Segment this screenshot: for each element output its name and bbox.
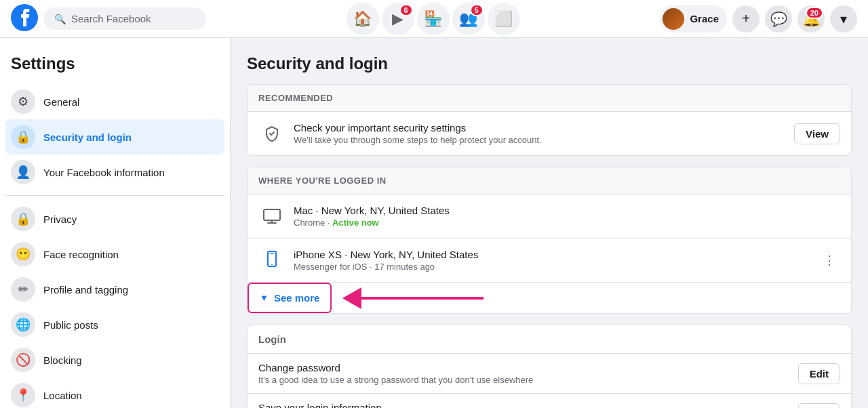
arrow-annotation <box>342 287 484 309</box>
security-check-content: Check your important security settings W… <box>294 122 786 145</box>
page-title: Security and login <box>247 54 852 73</box>
more-options-button[interactable]: ⋮ <box>818 249 840 271</box>
sidebar-item-general-label: General <box>43 96 79 108</box>
dropdown-button[interactable]: ▾ <box>830 5 857 33</box>
sidebar-item-fb-info-label: Your Facebook information <box>43 167 165 178</box>
computer-icon <box>258 203 285 230</box>
sidebar-item-public-posts[interactable]: 🌐 Public posts <box>5 307 224 342</box>
recommended-header: Recommended <box>248 85 851 112</box>
device-mac-detail: Chrome · Active now <box>294 218 840 228</box>
device-iphone-menu: ⋮ <box>818 249 840 271</box>
location-icon: 📍 <box>11 383 35 407</box>
block-icon: 🚫 <box>11 348 35 372</box>
change-password-content: Change password It's a good idea to use … <box>258 362 790 385</box>
person-icon: 👤 <box>11 160 35 184</box>
center-nav: 🏠 ▶ 6 🏪 👥 5 ⬜ <box>212 3 654 35</box>
login-section: Login Change password It's a good idea t… <box>247 325 852 408</box>
mobile-icon <box>258 247 285 274</box>
globe-icon: 🌐 <box>11 312 35 337</box>
privacy-icon: 🔒 <box>11 207 35 231</box>
sidebar-item-security-label: Security and login <box>43 131 132 143</box>
save-login-title: Save your login information <box>258 402 790 408</box>
security-check-subtitle: We'll take you through some steps to hel… <box>294 135 786 145</box>
gaming-nav-button[interactable]: ⬜ <box>488 3 520 35</box>
marketplace-nav-button[interactable]: 🏪 <box>417 3 450 35</box>
topnav-right-actions: Grace + 💬 🔔 20 ▾ <box>660 5 857 33</box>
active-now-badge: Active now <box>332 218 379 228</box>
watch-badge: 6 <box>399 4 413 16</box>
sidebar-item-general[interactable]: ⚙ General <box>5 84 224 119</box>
svg-point-3 <box>271 264 273 265</box>
change-password-action: Edit <box>798 363 840 384</box>
device-iphone-detail: Messenger for iOS · 17 minutes ago <box>294 262 810 272</box>
groups-nav-button[interactable]: 👥 5 <box>452 3 485 35</box>
arrow-line <box>361 297 484 300</box>
device-iphone: iPhone XS · New York, NY, United States … <box>248 239 851 283</box>
security-check-item: Check your important security settings W… <box>248 112 851 155</box>
marketplace-icon: 🏪 <box>424 10 442 28</box>
groups-badge: 5 <box>470 4 484 16</box>
logged-in-section: Where you're logged in Mac · New York, N… <box>247 167 852 314</box>
chevron-down-icon: ▾ <box>840 11 847 27</box>
save-login-content: Save your login information On • It will… <box>258 402 790 408</box>
save-login-edit-button[interactable]: Edit <box>798 403 840 409</box>
search-icon: 🔍 <box>54 14 66 24</box>
messenger-button[interactable]: 💬 <box>765 5 792 33</box>
chevron-down-small-icon: ▼ <box>260 293 269 303</box>
sidebar-item-location[interactable]: 📍 Location <box>5 378 224 408</box>
save-login-action: Edit <box>798 403 840 409</box>
messenger-icon: 💬 <box>770 11 787 27</box>
sidebar-item-blocking-label: Blocking <box>43 354 82 366</box>
user-profile-button[interactable]: Grace <box>660 5 727 33</box>
device-mac-content: Mac · New York, NY, United States Chrome… <box>294 205 840 228</box>
device-mac-name: Mac · New York, NY, United States <box>294 205 840 216</box>
see-more-label: See more <box>274 292 320 304</box>
arrow-head <box>342 287 361 309</box>
notifications-button[interactable]: 🔔 20 <box>797 5 825 33</box>
save-login-item: Save your login information On • It will… <box>248 394 851 408</box>
search-placeholder: Search Facebook <box>71 13 151 24</box>
avatar <box>663 8 684 30</box>
change-password-edit-button[interactable]: Edit <box>798 363 840 384</box>
sidebar-item-privacy[interactable]: 🔒 Privacy <box>5 201 224 237</box>
sidebar-item-face-recognition[interactable]: 😶 Face recognition <box>5 237 224 272</box>
sidebar-item-face-label: Face recognition <box>43 249 119 260</box>
svg-rect-1 <box>264 209 280 220</box>
sidebar-item-location-label: Location <box>43 390 82 401</box>
sidebar-item-privacy-label: Privacy <box>43 213 77 225</box>
sidebar-item-public-posts-label: Public posts <box>43 319 98 331</box>
see-more-container: ▼ See more <box>248 283 851 313</box>
plus-button[interactable]: + <box>732 5 760 33</box>
security-check-title: Check your important security settings <box>294 122 786 134</box>
device-iphone-content: iPhone XS · New York, NY, United States … <box>294 249 810 272</box>
facebook-logo[interactable] <box>11 4 38 33</box>
main-content: Security and login Recommended Check you… <box>231 38 868 408</box>
recommended-section: Recommended Check your important securit… <box>247 84 852 156</box>
sidebar-item-blocking[interactable]: 🚫 Blocking <box>5 342 224 378</box>
user-name: Grace <box>690 13 719 24</box>
login-section-header: Login <box>248 325 851 354</box>
gaming-icon: ⬜ <box>494 10 513 28</box>
sidebar-item-profile-tagging[interactable]: ✏ Profile and tagging <box>5 272 224 307</box>
see-more-row[interactable]: ▼ See more <box>248 283 332 313</box>
edit-icon: ✏ <box>11 277 35 302</box>
search-bar[interactable]: 🔍 Search Facebook <box>43 7 206 30</box>
change-password-item: Change password It's a good idea to use … <box>248 354 851 394</box>
change-password-subtitle: It's a good idea to use a strong passwor… <box>258 375 790 385</box>
settings-sidebar: Settings ⚙ General 🔒 Security and login … <box>0 38 231 408</box>
home-nav-button[interactable]: 🏠 <box>347 3 379 35</box>
view-button[interactable]: View <box>794 123 840 144</box>
notifications-badge: 20 <box>806 7 823 19</box>
device-iphone-name: iPhone XS · New York, NY, United States <box>294 249 810 260</box>
home-icon: 🏠 <box>353 10 372 28</box>
sidebar-item-security[interactable]: 🔒 Security and login <box>5 119 224 155</box>
sidebar-title: Settings <box>5 49 224 84</box>
watch-nav-button[interactable]: ▶ 6 <box>382 3 414 35</box>
logged-in-header: Where you're logged in <box>248 167 851 195</box>
change-password-title: Change password <box>258 362 790 373</box>
lock-icon: 🔒 <box>11 125 35 149</box>
security-check-action: View <box>794 123 840 144</box>
gear-icon: ⚙ <box>11 89 35 114</box>
top-navigation: 🔍 Search Facebook 🏠 ▶ 6 🏪 👥 5 ⬜ Grace + <box>0 0 868 38</box>
sidebar-item-fb-info[interactable]: 👤 Your Facebook information <box>5 155 224 190</box>
